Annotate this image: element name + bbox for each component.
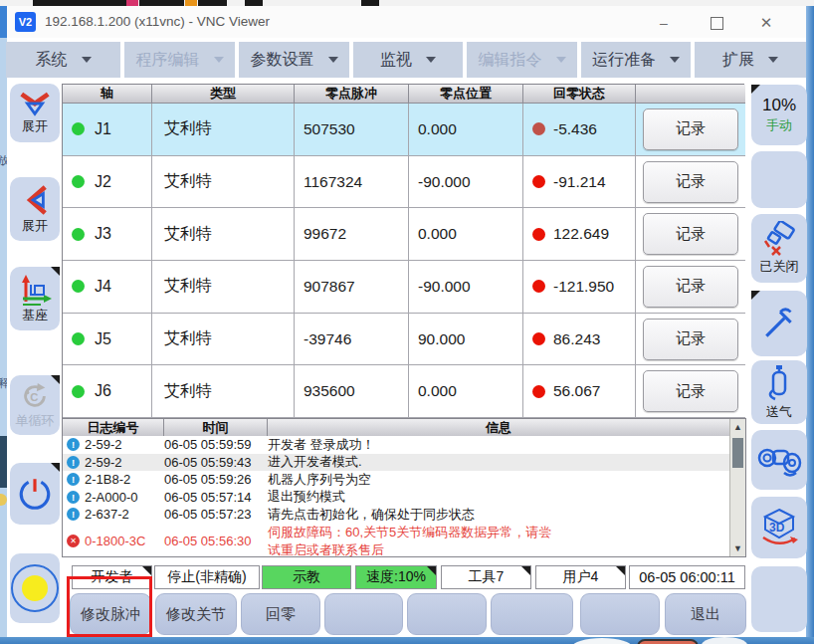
status-user[interactable]: 用户4 (535, 565, 626, 589)
table-row-j3-pulse[interactable]: 99672 (295, 208, 409, 261)
empty-action-button[interactable] (580, 593, 660, 635)
empty-action-button[interactable] (324, 593, 403, 635)
empty-side-button[interactable] (751, 151, 807, 208)
table-row-j5-zero-position[interactable]: 90.000 (409, 314, 523, 366)
status-datetime: 06-05 06:00:11 (629, 565, 745, 589)
corner-flag-icon (427, 566, 436, 575)
record-button-j1[interactable]: 记录 (643, 108, 738, 150)
menu-monitor[interactable]: 监视 (353, 42, 463, 78)
home-status-dot (532, 228, 545, 241)
log-row[interactable]: !2-A000-0 06-05 05:57:14 退出预约模式 (63, 489, 745, 507)
table-row-j2-zero-position[interactable]: -90.000 (409, 156, 523, 209)
table-row-j3-zero-position[interactable]: 0.000 (409, 208, 523, 261)
base-coordinate-button[interactable]: 基座 (10, 267, 60, 330)
table-row-j5-type[interactable]: 艾利特 (152, 314, 295, 366)
close-button[interactable]: ✕ (751, 12, 781, 34)
table-row-j6-pulse[interactable]: 935600 (295, 365, 409, 418)
record-button-j4[interactable]: 记录 (643, 266, 738, 308)
scroll-up-icon[interactable]: ▲ (730, 422, 745, 432)
status-tool[interactable]: 工具7 (441, 565, 531, 589)
table-row-j1-zero-position[interactable]: 0.000 (409, 104, 523, 156)
corner-flag-icon (751, 291, 760, 300)
svg-text:3D: 3D (769, 521, 785, 535)
corner-flag-icon (751, 85, 760, 94)
expand-left-button[interactable]: 展开 (10, 177, 60, 241)
log-row-error[interactable]: ✕0-1800-3C 06-05 05:56:30 伺服故障码：60,关节5关节… (63, 524, 745, 558)
table-row-j2-axis[interactable]: J2 (63, 156, 152, 209)
table-row-j1-axis[interactable]: J1 (63, 104, 152, 156)
table-row-j2-type[interactable]: 艾利特 (152, 156, 295, 209)
table-row-j3-home-status[interactable]: 122.649 (523, 208, 636, 261)
enable-button[interactable] (10, 553, 60, 623)
table-row-j1-type[interactable]: 艾利特 (152, 104, 295, 156)
menu-parameter-settings[interactable]: 参数设置 (239, 42, 349, 78)
table-row-j4-zero-position[interactable]: -90.000 (409, 261, 523, 314)
table-row-j5-axis[interactable]: J5 (63, 314, 152, 366)
column-header-axis: 轴 (63, 85, 152, 104)
view-3d-button[interactable]: 3D (751, 497, 807, 558)
scroll-down-icon[interactable]: ▼ (730, 543, 745, 553)
log-scrollbar[interactable]: ▲ ▼ (729, 419, 745, 556)
table-row-j5-pulse[interactable]: -39746 (295, 314, 409, 366)
table-row-j1-home-status[interactable]: -5.436 (523, 104, 636, 156)
tool-clamp-button[interactable] (751, 291, 807, 356)
record-button-j6[interactable]: 记录 (643, 370, 738, 412)
double-chevron-left-icon (21, 184, 49, 216)
log-row[interactable]: !2-59-2 06-05 05:59:43 进入开发者模式. (63, 454, 745, 472)
menu-program-edit: 程序编辑 (124, 42, 235, 78)
log-header: 日志编号 时间 信息 (63, 419, 745, 436)
modify-joint-button[interactable]: 修改关节 (155, 593, 237, 635)
table-row-j3-axis[interactable]: J3 (63, 208, 152, 261)
gas-bottle-icon (763, 364, 795, 402)
minimize-button[interactable]: – (649, 12, 679, 34)
status-teach-mode[interactable]: 示教 (262, 565, 351, 589)
table-row-j4-home-status[interactable]: -121.950 (523, 261, 636, 314)
scrollbar-thumb[interactable] (732, 438, 743, 468)
log-header-time: 时间 (164, 419, 268, 436)
table-row-j4-type[interactable]: 艾利特 (152, 261, 295, 314)
air-supply-button[interactable]: 送气 (751, 360, 807, 424)
maximize-button[interactable] (702, 12, 731, 34)
table-row-j6-type[interactable]: 艾利特 (152, 365, 295, 418)
power-button[interactable] (10, 463, 60, 525)
expand-down-button[interactable]: 展开 (10, 84, 60, 142)
empty-side-button[interactable] (751, 566, 807, 632)
status-mode[interactable]: 开发者 (72, 565, 152, 589)
record-button-j5[interactable]: 记录 (643, 319, 738, 360)
table-row-j4-pulse[interactable]: 907867 (295, 261, 409, 314)
speed-mode-button[interactable]: 10% 手动 (751, 85, 807, 145)
table-row-j3-type[interactable]: 艾利特 (152, 208, 295, 261)
caret-down-icon (768, 57, 778, 63)
corner-flag-icon (51, 375, 60, 384)
status-speed[interactable]: 速度:10% (355, 565, 437, 589)
table-row-j6-axis[interactable]: J6 (63, 365, 152, 418)
gripper-state-button[interactable]: 已关闭 (751, 214, 807, 283)
table-row-j2-home-status[interactable]: -91.214 (523, 156, 636, 209)
table-row-j1-pulse[interactable]: 507530 (295, 104, 409, 156)
corner-flag-icon (521, 566, 530, 575)
table-row-j4-axis[interactable]: J4 (63, 261, 152, 314)
status-run-state[interactable]: 停止(非精确) (154, 565, 260, 589)
home-button[interactable]: 回零 (241, 593, 320, 635)
hand-guide-button[interactable] (751, 430, 807, 490)
info-icon: ! (67, 508, 80, 521)
record-button-j2[interactable]: 记录 (643, 161, 738, 203)
empty-action-button[interactable] (491, 593, 573, 635)
log-row[interactable]: !2-637-2 06-05 05:57:23 请先点击初始化，确保处于同步状态 (63, 506, 745, 524)
exit-button[interactable]: 退出 (665, 593, 746, 635)
menu-system[interactable]: 系统 (6, 42, 120, 78)
table-row-j5-home-status[interactable]: 86.243 (523, 314, 636, 366)
table-row-j2-pulse[interactable]: 1167324 (295, 156, 409, 209)
menu-extension[interactable]: 扩展 (695, 42, 806, 78)
menu-run-prepare[interactable]: 运行准备 (581, 42, 691, 78)
log-row[interactable]: !2-59-2 06-05 05:59:59 开发者 登录成功！ (63, 436, 745, 454)
log-row[interactable]: !2-1B8-2 06-05 05:59:26 机器人序列号为空 (63, 471, 745, 489)
modify-pulse-button[interactable]: 修改脉冲 (70, 593, 151, 635)
empty-action-button[interactable] (407, 593, 487, 635)
record-button-j3[interactable]: 记录 (643, 213, 738, 255)
home-status-dot (532, 332, 545, 345)
table-row-j6-home-status[interactable]: 56.067 (523, 365, 636, 418)
info-icon: ! (67, 473, 80, 486)
gripper-closed-icon (759, 221, 799, 257)
table-row-j6-zero-position[interactable]: 0.000 (409, 365, 523, 418)
